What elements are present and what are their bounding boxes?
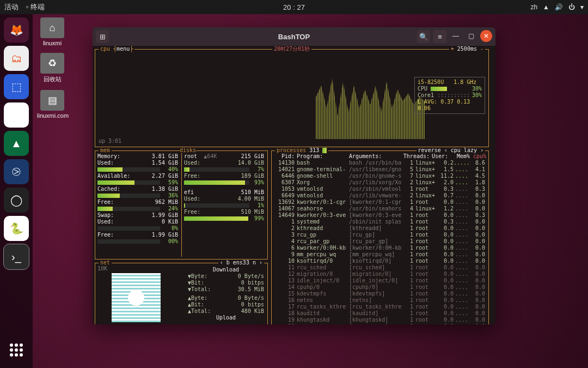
dock-terminal[interactable]: ›_: [4, 244, 29, 269]
process-row[interactable]: 9mm_percpu_wq[mm_percpu_wq]1root0.0....0…: [274, 251, 487, 258]
caret-down-icon[interactable]: ▾: [580, 3, 584, 11]
terminal-window: ⊞ BashTOP 🔍 ≡ — ▢ ✕ cpu ┤menu├ 20时27分01秒…: [93, 27, 495, 324]
process-row[interactable]: 6649vmtoolsd/usr/lib/vmware-2linux+0.7..…: [274, 192, 487, 199]
desktop-folder[interactable]: ▤linuxmi.com: [37, 90, 68, 119]
mem-box: mem disks Memory:3.81 GiBUsed:1.54 GiB40…: [95, 150, 268, 260]
process-row[interactable]: 13idle_inject/0[idle_inject/0]1root0.0..…: [274, 277, 487, 284]
titlebar[interactable]: ⊞ BashTOP 🔍 ≡ — ▢ ✕: [93, 27, 495, 46]
desktop-icons: ⌂linuxmi ♻回收站 ▤linuxmi.com: [37, 17, 68, 119]
process-row[interactable]: 2kthreadd[kthreadd]1root0.0....0.0: [274, 225, 487, 232]
activities-button[interactable]: 活动: [4, 2, 19, 12]
cpu-graph: [316, 63, 425, 139]
process-row[interactable]: 1053vmtoolsd/usr/sbin/vmtool1root0.3....…: [274, 186, 487, 192]
power-icon[interactable]: ⏻: [568, 3, 575, 11]
volume-icon[interactable]: 🔊: [555, 3, 563, 11]
dock-firefox[interactable]: 🦊: [4, 17, 29, 43]
dock-python[interactable]: 🐍: [4, 216, 29, 241]
show-apps-button[interactable]: [4, 337, 29, 363]
lang-indicator[interactable]: zh: [530, 3, 537, 11]
process-row[interactable]: 6307Xorg/usr/lib/xorg/Xo2linux+2.0....1.…: [274, 179, 487, 186]
search-icon[interactable]: 🔍: [417, 30, 430, 43]
process-row[interactable]: 18kauditd[kauditd]1root0.0....0.0: [274, 310, 487, 317]
cpu-box-title: cpu ┤menu├: [99, 46, 134, 52]
process-row[interactable]: 19khungtaskd[khungtaskd]1root0.0....0.0: [274, 317, 487, 323]
new-tab-button[interactable]: ⊞: [96, 30, 109, 43]
process-row[interactable]: 15kdevtmpfs[kdevtmpfs]1root0.0....0.0: [274, 291, 487, 297]
process-row[interactable]: 20oom_reaper[oom_reaper]1root0.0....0.0: [274, 323, 487, 324]
desktop-trash[interactable]: ♻回收站: [37, 53, 68, 83]
clock[interactable]: 20 : 27: [283, 3, 305, 11]
dock-files[interactable]: 🗂: [4, 46, 29, 71]
menu-icon[interactable]: ≡: [433, 30, 446, 43]
process-row[interactable]: 11rcu_sched[rcu_sched]1root0.0....0.0: [274, 264, 487, 271]
process-row[interactable]: 14067seahorse/usr/bin/seahors4linux+1.2.…: [274, 206, 487, 212]
process-row[interactable]: 10ksoftirqd/0[ksoftirqd/0]1root0.0....0.…: [274, 258, 487, 264]
maximize-button[interactable]: ▢: [465, 30, 477, 42]
process-row[interactable]: 1systemd/sbin/init splas1root0.3....0.0: [274, 219, 487, 225]
process-row[interactable]: 6446gnome-shell/usr/bin/gnome-s7linux+11…: [274, 173, 487, 179]
net-iface-selector[interactable]: ‹ b ens33 n ›: [218, 260, 264, 266]
process-row[interactable]: 6kworker/0:0H-kb[kworker/0:0H-kb1root0.0…: [274, 245, 487, 251]
processes-box: processes 313 reverse ‹ cpu lazy › Pid: …: [271, 150, 489, 324]
process-row[interactable]: 16netns[netns]1root0.0....0.0: [274, 297, 487, 304]
dock-camera[interactable]: ◯: [4, 188, 29, 213]
process-row[interactable]: 14021gnome-terminal-/usr/libexec/gno5lin…: [274, 166, 487, 173]
dock: 🦊 🗂 ⬚ ⚙ ▲ ⧁ ◯ 🐍 ›_: [0, 14, 33, 368]
net-box: net ‹ b ens33 n › 10K Download Byte:0 By…: [95, 263, 268, 324]
cpu-interval[interactable]: + 2500ms -: [449, 46, 485, 52]
app-menu[interactable]: ▫ 终端: [26, 2, 45, 12]
network-icon[interactable]: ▲: [543, 3, 549, 11]
cpu-stats: i5-8250U 1.8 GHz CPU 30% Core1 :::::::::…: [414, 77, 485, 114]
dock-vscode[interactable]: ⧁: [4, 159, 29, 184]
process-row[interactable]: 12migration/0[migration/0]1root0.0....0.…: [274, 271, 487, 277]
process-row[interactable]: 17rcu_tasks_kthre[rcu_tasks_kthre1root0.…: [274, 304, 487, 310]
proc-header[interactable]: Pid: Program: Arguments: Threads: User: …: [274, 153, 487, 160]
uptime: up 3:01: [99, 138, 121, 144]
cpu-box: cpu ┤menu├ 20时27分01秒 + 2500ms - i5-8250U…: [95, 49, 489, 147]
window-title: BashTOP: [278, 33, 310, 41]
dock-android-studio[interactable]: ▲: [4, 131, 29, 156]
qr-code: [112, 273, 161, 322]
process-row[interactable]: 14130bashbash /usr/bin/ba1linux+0.2.....…: [274, 160, 487, 166]
gnome-topbar: 活动 ▫ 终端 20 : 27 zh ▲ 🔊 ⏻ ▾: [0, 0, 588, 14]
dock-settings[interactable]: ⚙: [4, 102, 29, 128]
process-row[interactable]: 14cpuhp/0[cpuhp/0]1root0.0....0.0: [274, 284, 487, 291]
process-row[interactable]: 13692kworker/0:1-cgr[kworker/0:1-cgr1roo…: [274, 199, 487, 206]
minimize-button[interactable]: —: [450, 30, 462, 42]
dock-screenshot[interactable]: ⬚: [4, 74, 29, 99]
terminal-content[interactable]: cpu ┤menu├ 20时27分01秒 + 2500ms - i5-8250U…: [93, 46, 495, 324]
close-button[interactable]: ✕: [480, 30, 492, 42]
desktop-home[interactable]: ⌂linuxmi: [37, 17, 68, 46]
process-row[interactable]: 4rcu_par_gp[rcu_par_gp]1root0.0....0.0: [274, 238, 487, 245]
process-row[interactable]: 14649kworker/0:3-eve[kworker/0:3-eve1roo…: [274, 212, 487, 219]
cpu-clock: 20时27分01秒: [272, 46, 311, 52]
process-row[interactable]: 3rcu_gp[rcu_gp]1root0.0....0.0: [274, 232, 487, 238]
